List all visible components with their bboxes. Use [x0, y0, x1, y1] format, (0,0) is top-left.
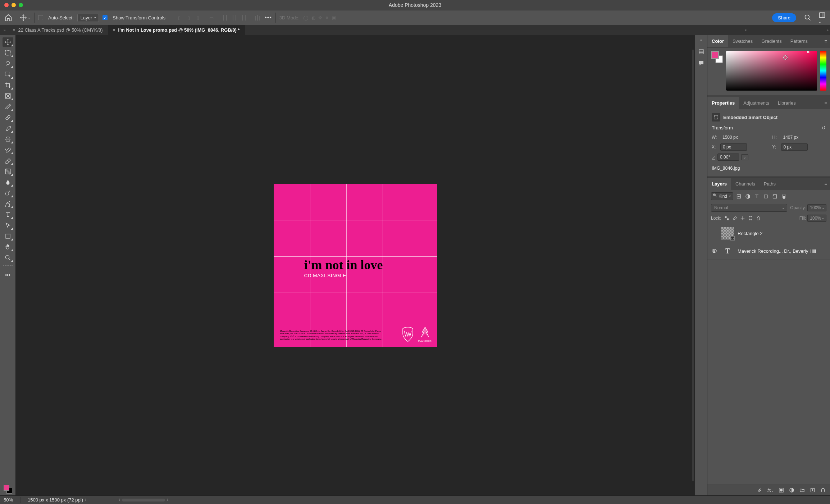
search-icon[interactable] [804, 14, 811, 21]
edit-toolbar-icon[interactable]: ••• [3, 270, 13, 280]
tab-channels[interactable]: Channels [731, 178, 760, 190]
comments-panel-icon[interactable] [698, 60, 704, 67]
filter-shape-icon[interactable] [763, 194, 769, 199]
share-button[interactable]: Share [772, 13, 796, 22]
workspace-switcher-icon[interactable]: ⌄ [818, 12, 826, 24]
filter-type-icon[interactable] [754, 194, 760, 199]
chevron-left-icon[interactable]: 〈 [117, 498, 120, 503]
align-top-icon[interactable]: ▭ [208, 15, 215, 20]
lock-artboard-icon[interactable] [748, 216, 753, 221]
chevron-right-icon[interactable]: 〉 [167, 498, 170, 503]
layer-style-icon[interactable]: fx⌄ [767, 487, 774, 493]
hand-tool[interactable] [3, 242, 13, 252]
close-window-button[interactable] [4, 3, 9, 7]
panel-menu-icon[interactable]: ≡ [824, 181, 830, 187]
document-tab[interactable]: × 22 Class A Tracks.psd @ 50% (CMYK/8) [8, 25, 108, 35]
close-tab-icon[interactable]: × [13, 28, 15, 33]
rotation-dropdown-icon[interactable]: ⌄ [741, 154, 748, 160]
layer-filter-kind-dropdown[interactable]: Kind [711, 192, 733, 200]
link-layers-icon[interactable] [757, 487, 762, 493]
canvas-scrollbar[interactable] [692, 50, 694, 481]
clone-stamp-tool[interactable] [3, 134, 13, 144]
distribute-spacing-icon[interactable]: ┃┃ [240, 15, 247, 20]
new-group-icon[interactable] [799, 487, 805, 493]
show-transform-checkbox[interactable] [102, 15, 108, 20]
zoom-level[interactable]: 50% [4, 497, 13, 503]
minimize-window-button[interactable] [12, 3, 16, 7]
color-cursor[interactable] [783, 55, 788, 60]
width-value[interactable]: 1500 px [720, 134, 747, 141]
history-brush-tool[interactable] [3, 145, 13, 155]
document-canvas[interactable]: i'm not in love CD MAXI-SINGLE Maverick … [274, 184, 437, 347]
close-tab-icon[interactable]: × [113, 28, 115, 33]
tab-color[interactable]: Color [707, 35, 728, 47]
marquee-tool[interactable] [3, 48, 13, 58]
filter-pixel-icon[interactable] [736, 194, 742, 199]
rotation-input[interactable]: 0.00° [717, 154, 739, 161]
rectangle-tool[interactable] [3, 232, 13, 241]
more-options-icon[interactable]: ••• [265, 14, 272, 21]
lock-transparency-icon[interactable] [724, 216, 729, 221]
new-layer-icon[interactable] [810, 487, 815, 493]
lock-position-icon[interactable] [740, 216, 745, 221]
layer-mask-icon[interactable] [779, 487, 784, 493]
tab-patterns[interactable]: Patterns [786, 35, 812, 47]
zoom-tool[interactable] [3, 253, 13, 262]
eraser-tool[interactable] [3, 156, 13, 165]
frame-tool[interactable] [3, 91, 13, 101]
tab-adjustments[interactable]: Adjustments [739, 97, 774, 109]
document-tab[interactable]: × I'm Not In Love promo.psd @ 50% (IMG_8… [108, 25, 245, 35]
fill-input[interactable]: 100% [807, 215, 826, 222]
tab-gradients[interactable]: Gradients [757, 35, 786, 47]
layer-thumbnail[interactable]: T [721, 244, 734, 257]
lock-all-icon[interactable] [756, 216, 761, 221]
tab-properties[interactable]: Properties [707, 97, 739, 109]
delete-layer-icon[interactable] [820, 487, 826, 493]
gradient-tool[interactable] [3, 167, 13, 176]
chevron-right-icon[interactable]: 〉 [85, 498, 88, 503]
move-tool-indicator[interactable]: ⌄ [20, 14, 31, 21]
panel-menu-icon[interactable]: ≡ [824, 100, 830, 106]
canvas-area[interactable]: i'm not in love CD MAXI-SINGLE Maverick … [16, 35, 695, 495]
document-dimensions[interactable]: 1500 px x 1500 px (72 ppi) [28, 497, 83, 503]
tab-paths[interactable]: Paths [760, 178, 780, 190]
move-tool[interactable] [3, 37, 13, 47]
filter-smartobject-icon[interactable] [772, 194, 777, 199]
linked-file-name[interactable]: IMG_8846.jpg [712, 166, 826, 171]
distribute-h-icon[interactable]: ┃┃ [222, 15, 229, 20]
fg-bg-color-swatches[interactable] [711, 51, 723, 63]
brush-tool[interactable] [3, 124, 13, 133]
collapse-panels-icon[interactable]: « » [745, 28, 829, 32]
type-tool[interactable] [3, 210, 13, 219]
crop-tool[interactable] [3, 81, 13, 90]
align-more-icon[interactable]: |┃| [254, 15, 261, 20]
layer-thumbnail[interactable]: ▭ [721, 227, 734, 240]
object-selection-tool[interactable] [3, 70, 13, 79]
blur-tool[interactable] [3, 178, 13, 187]
align-center-h-icon[interactable]: ▯ [185, 15, 192, 20]
adjustment-layer-icon[interactable] [789, 487, 794, 493]
fg-color-swatch[interactable] [711, 51, 719, 59]
filter-adjustment-icon[interactable] [745, 194, 751, 199]
align-left-icon[interactable]: ▯ [175, 15, 183, 20]
dodge-tool[interactable] [3, 188, 13, 198]
path-selection-tool[interactable] [3, 221, 13, 230]
auto-select-checkbox[interactable] [38, 15, 43, 20]
align-right-icon[interactable]: ▯ [194, 15, 201, 20]
pen-tool[interactable] [3, 199, 13, 209]
panel-menu-icon[interactable]: ≡ [824, 38, 830, 44]
eyedropper-tool[interactable] [3, 102, 13, 111]
distribute-v-icon[interactable]: ┃┃ [231, 15, 238, 20]
x-input[interactable]: 0 px [720, 143, 747, 151]
opacity-input[interactable]: 100% [807, 204, 826, 211]
hue-slider[interactable] [820, 51, 826, 91]
height-value[interactable]: 1407 px [781, 134, 808, 141]
history-panel-icon[interactable] [698, 49, 704, 55]
tab-layers[interactable]: Layers [707, 178, 731, 190]
foreground-background-colors[interactable] [3, 484, 13, 495]
lock-pixels-icon[interactable] [732, 216, 737, 221]
maximize-window-button[interactable] [19, 3, 23, 7]
expand-panels-left-icon[interactable]: » [1, 28, 8, 32]
home-icon[interactable] [4, 14, 12, 22]
auto-select-target-dropdown[interactable]: Layer [77, 14, 99, 22]
